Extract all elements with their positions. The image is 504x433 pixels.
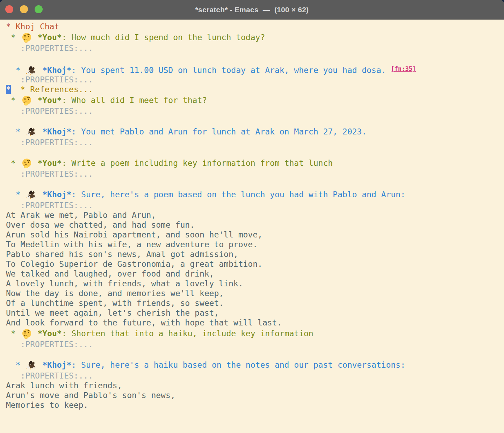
properties-drawer-line: :PROPERTIES:... bbox=[6, 200, 504, 210]
poem-line: Of a lunchtime spent, with friends, so s… bbox=[6, 298, 504, 308]
text-run bbox=[37, 66, 42, 75]
eagle-emoji bbox=[26, 127, 37, 137]
you-message-text: : How much did I spend on the lunch toda… bbox=[62, 33, 265, 42]
poem-text: Now the day is done, and memories we'll … bbox=[6, 289, 224, 298]
haiku-line: Arun's move and Pablo's son's news, bbox=[6, 390, 504, 400]
haiku-text: Memories to keep. bbox=[6, 401, 88, 410]
properties-drawer-line: :PROPERTIES:... bbox=[6, 106, 504, 116]
properties-drawer[interactable]: :PROPERTIES:... bbox=[6, 75, 93, 84]
chat-message-you: * *You*: Shorten that into a haiku, incl… bbox=[6, 328, 504, 339]
you-label: *You* bbox=[37, 329, 62, 338]
thinking-face-emoji bbox=[21, 95, 32, 105]
poem-text: To Colegio Superior de Gastronomia, a gr… bbox=[6, 259, 262, 269]
khoj-label: *Khoj* bbox=[42, 190, 71, 199]
org-heading-khoj-chat: * Khoj Chat bbox=[6, 22, 504, 31]
poem-text: Over dosa we chatted, and had some fun. bbox=[6, 220, 195, 229]
text-run bbox=[33, 33, 38, 42]
text-run bbox=[33, 96, 38, 105]
text-run: * bbox=[6, 33, 21, 42]
poem-text: And look forward to the future, with hop… bbox=[6, 318, 282, 327]
haiku-text: Arak lunch with friends, bbox=[6, 381, 122, 390]
text-run: * bbox=[6, 159, 21, 168]
zoom-button[interactable] bbox=[35, 5, 43, 13]
text-run: * bbox=[6, 66, 25, 75]
chat-message-khoj: * *Khoj*: Sure, here's a haiku based on … bbox=[6, 359, 504, 371]
eagle-emoji bbox=[26, 65, 37, 75]
chat-message-khoj: * *Khoj*: Sure, here's a poem based on t… bbox=[6, 189, 504, 200]
text-run bbox=[37, 127, 42, 136]
you-label: *You* bbox=[37, 159, 62, 168]
poem-line: At Arak we met, Pablo and Arun, bbox=[6, 210, 504, 220]
khoj-label: *Khoj* bbox=[42, 127, 71, 136]
blank-line bbox=[6, 349, 504, 359]
minimize-button[interactable] bbox=[20, 5, 28, 13]
thinking-face-emoji bbox=[21, 329, 32, 339]
thinking-face-emoji bbox=[21, 158, 32, 168]
you-message-text: : Shorten that into a haiku, include key… bbox=[62, 329, 314, 338]
properties-drawer[interactable]: :PROPERTIES:... bbox=[6, 44, 93, 53]
text-run: * bbox=[6, 96, 21, 105]
haiku-text: Arun's move and Pablo's son's news, bbox=[6, 391, 175, 400]
chat-message-khoj: * *Khoj*: You met Pablo and Arun for lun… bbox=[6, 126, 504, 138]
text-run: * bbox=[6, 190, 25, 199]
khoj-message-text: : You spent 11.00 USD on lunch today at … bbox=[71, 66, 391, 75]
poem-line: Over dosa we chatted, and had some fun. bbox=[6, 220, 504, 230]
khoj-label: *Khoj* bbox=[42, 66, 71, 75]
properties-drawer[interactable]: :PROPERTIES:... bbox=[6, 340, 93, 349]
blank-line bbox=[6, 116, 504, 126]
buffer[interactable]: * Khoj Chat * *You*: How much did I spen… bbox=[0, 20, 504, 433]
properties-drawer[interactable]: :PROPERTIES:... bbox=[6, 138, 93, 147]
blank-line bbox=[6, 147, 504, 157]
you-label: *You* bbox=[37, 33, 62, 42]
poem-line: A lovely lunch, with friends, what a lov… bbox=[6, 279, 504, 288]
poem-text: Pablo shared his son's news, Amal got ad… bbox=[6, 250, 238, 259]
poem-text: Arun sold his Nairobi apartment, and soo… bbox=[6, 230, 262, 239]
khoj-chat-heading-text: * Khoj Chat bbox=[6, 22, 59, 31]
text-run bbox=[37, 360, 42, 369]
chat-message-you: * *You*: Who all did I meet for that? bbox=[6, 94, 504, 106]
haiku-line: Arak lunch with friends, bbox=[6, 381, 504, 390]
footnote-link[interactable]: [fn:35] bbox=[391, 65, 416, 72]
references-line: * * References... bbox=[6, 85, 504, 94]
title-bar[interactable]: *scratch* - Emacs — (100 × 62) bbox=[0, 0, 504, 20]
khoj-message-text: : Sure, here's a haiku based on the note… bbox=[71, 360, 405, 369]
window-title: *scratch* - Emacs — (100 × 62) bbox=[195, 6, 309, 14]
poem-text: At Arak we met, Pablo and Arun, bbox=[6, 211, 156, 220]
poem-line: To Medellin with his wife, a new adventu… bbox=[6, 240, 504, 249]
poem-text: Until we meet again, let's cherish the p… bbox=[6, 308, 219, 317]
thinking-face-emoji bbox=[21, 32, 32, 43]
poem-line: And look forward to the future, with hop… bbox=[6, 318, 504, 328]
properties-drawer[interactable]: :PROPERTIES:... bbox=[6, 201, 93, 210]
poem-line: Pablo shared his son's news, Amal got ad… bbox=[6, 249, 504, 259]
chat-message-you: * *You*: How much did I spend on the lun… bbox=[6, 31, 504, 43]
emacs-window: *scratch* - Emacs — (100 × 62) * Khoj Ch… bbox=[0, 0, 504, 433]
khoj-message-text: : You met Pablo and Arun for lunch at Ar… bbox=[71, 127, 367, 136]
references-heading[interactable]: * References... bbox=[21, 85, 93, 94]
traffic-lights bbox=[5, 5, 43, 13]
text-run: * bbox=[6, 329, 21, 338]
properties-drawer-line: :PROPERTIES:... bbox=[6, 371, 504, 381]
chat-message-khoj: * *Khoj*: You spent 11.00 USD on lunch t… bbox=[6, 63, 504, 75]
you-message-text: : Who all did I meet for that? bbox=[62, 96, 207, 105]
properties-drawer-line: :PROPERTIES:... bbox=[6, 339, 504, 349]
poem-text: Of a lunchtime spent, with friends, so s… bbox=[6, 299, 224, 308]
close-button[interactable] bbox=[5, 5, 13, 13]
you-message-text: : Write a poem including key information… bbox=[62, 159, 333, 168]
properties-drawer-line: :PROPERTIES:... bbox=[6, 75, 504, 85]
properties-drawer[interactable]: :PROPERTIES:... bbox=[6, 371, 93, 380]
khoj-label: *Khoj* bbox=[42, 360, 71, 369]
properties-drawer[interactable]: :PROPERTIES:... bbox=[6, 169, 93, 178]
text-run: * bbox=[6, 127, 25, 136]
text-run bbox=[33, 329, 38, 338]
eagle-emoji bbox=[26, 360, 37, 370]
poem-line: Until we meet again, let's cherish the p… bbox=[6, 308, 504, 318]
properties-drawer[interactable]: :PROPERTIES:... bbox=[6, 107, 93, 116]
eagle-emoji bbox=[26, 190, 37, 200]
blank-line bbox=[6, 53, 504, 63]
cursor-block: * bbox=[6, 85, 11, 94]
text-run bbox=[11, 85, 21, 94]
poem-text: A lovely lunch, with friends, what a lov… bbox=[6, 279, 243, 288]
blank-line bbox=[6, 179, 504, 189]
poem-line: Now the day is done, and memories we'll … bbox=[6, 288, 504, 298]
poem-text: We talked and laughed, over food and dri… bbox=[6, 269, 214, 278]
